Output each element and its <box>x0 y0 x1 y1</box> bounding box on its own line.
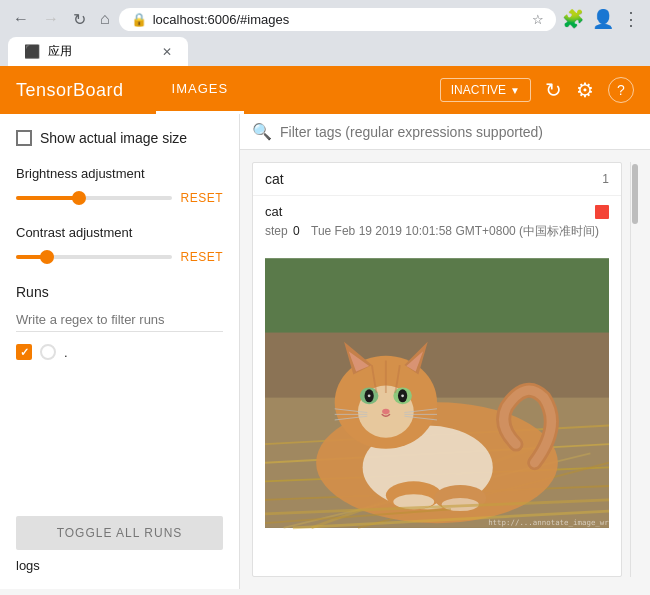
lock-icon: 🔒 <box>131 12 147 27</box>
brightness-fill <box>16 196 79 200</box>
brightness-section: Brightness adjustment RESET <box>16 166 223 205</box>
search-bar: 🔍 <box>240 114 650 150</box>
runs-section: Runs ✓ . <box>16 284 223 504</box>
nav-back-button[interactable]: ← <box>8 7 34 31</box>
run-checked-checkbox[interactable]: ✓ <box>16 344 32 360</box>
run-item: ✓ . <box>16 344 223 360</box>
content-area: 🔍 cat 1 cat step 0 <box>240 114 650 589</box>
browser-tab[interactable]: ⬛ 应用 ✕ <box>8 37 188 66</box>
scrollbar-thumb[interactable] <box>632 164 638 224</box>
nav-home-button[interactable]: ⌂ <box>95 7 115 31</box>
tab-close-icon[interactable]: ✕ <box>162 45 172 59</box>
extensions-button[interactable]: 🧩 <box>560 6 586 32</box>
star-icon[interactable]: ☆ <box>532 12 544 27</box>
inactive-button[interactable]: INACTIVE ▼ <box>440 78 531 102</box>
image-card-header: cat 1 <box>253 163 621 196</box>
run-label: . <box>64 345 68 360</box>
url-text: localhost:6006/#images <box>153 12 290 27</box>
images-content: cat 1 cat step 0 Tue Feb 19 2019 10:01:5… <box>240 150 650 589</box>
nav-refresh-button[interactable]: ↻ <box>68 7 91 32</box>
settings-icon[interactable]: ⚙ <box>576 78 594 102</box>
cat-image-svg: http://...annotate_image_wrap... <box>265 248 609 538</box>
header-right: INACTIVE ▼ ↻ ⚙ ? <box>440 77 634 103</box>
contrast-reset-button[interactable]: RESET <box>180 250 223 264</box>
image-card-title: cat <box>265 171 284 187</box>
app: TensorBoard IMAGES INACTIVE ▼ ↻ ⚙ ? Show… <box>0 66 650 589</box>
logs-link[interactable]: logs <box>16 558 223 573</box>
tab-title: 应用 <box>48 43 72 60</box>
refresh-icon[interactable]: ↻ <box>545 78 562 102</box>
checkmark-icon: ✓ <box>20 346 29 359</box>
svg-point-24 <box>382 409 389 415</box>
step-value: 0 <box>293 224 300 238</box>
image-card-count: 1 <box>602 172 609 186</box>
help-icon[interactable]: ? <box>608 77 634 103</box>
search-icon: 🔍 <box>252 122 272 141</box>
step-label: step <box>265 224 291 238</box>
header: TensorBoard IMAGES INACTIVE ▼ ↻ ⚙ ? <box>0 66 650 114</box>
actual-size-row: Show actual image size <box>16 130 223 146</box>
runs-filter-input[interactable] <box>16 308 223 332</box>
contrast-section: Contrast adjustment RESET <box>16 225 223 264</box>
contrast-thumb[interactable] <box>40 250 54 264</box>
images-tab[interactable]: IMAGES <box>156 66 245 114</box>
run-items: ✓ . <box>16 344 223 360</box>
scrollbar-track[interactable] <box>630 162 638 577</box>
svg-point-20 <box>368 394 371 397</box>
svg-point-23 <box>401 394 404 397</box>
inactive-label: INACTIVE <box>451 83 506 97</box>
address-bar[interactable]: 🔒 localhost:6006/#images ☆ <box>119 8 556 31</box>
runs-title: Runs <box>16 284 223 300</box>
sidebar: Show actual image size Brightness adjust… <box>0 114 240 589</box>
contrast-label: Contrast adjustment <box>16 225 223 240</box>
cat-image[interactable]: http://...annotate_image_wrap... <box>265 248 609 538</box>
image-date: Tue Feb 19 2019 10:01:58 GMT+0800 (中国标准时… <box>311 224 599 238</box>
brightness-label: Brightness adjustment <box>16 166 223 181</box>
contrast-slider[interactable] <box>16 255 172 259</box>
image-step-row: step 0 Tue Feb 19 2019 10:01:58 GMT+0800… <box>265 223 609 240</box>
browser-chrome: ← → ↻ ⌂ 🔒 localhost:6006/#images ☆ 🧩 👤 ⋮… <box>0 0 650 66</box>
image-color-box <box>595 205 609 219</box>
logo: TensorBoard <box>16 80 124 101</box>
search-input[interactable] <box>280 124 638 140</box>
sidebar-bottom: TOGGLE ALL RUNS logs <box>16 504 223 573</box>
brightness-slider[interactable] <box>16 196 172 200</box>
toggle-all-runs-button[interactable]: TOGGLE ALL RUNS <box>16 516 223 550</box>
brightness-thumb[interactable] <box>72 191 86 205</box>
run-radio[interactable] <box>40 344 56 360</box>
image-card: cat 1 cat step 0 Tue Feb 19 2019 10:01:5… <box>252 162 622 577</box>
svg-text:http://...annotate_image_wrap.: http://...annotate_image_wrap... <box>488 518 609 527</box>
profile-button[interactable]: 👤 <box>590 6 616 32</box>
dropdown-icon: ▼ <box>510 85 520 96</box>
menu-button[interactable]: ⋮ <box>620 6 642 32</box>
main-layout: Show actual image size Brightness adjust… <box>0 114 650 589</box>
actual-size-label: Show actual image size <box>40 130 187 146</box>
images-tab-label: IMAGES <box>172 81 229 96</box>
image-name: cat <box>265 204 282 219</box>
brightness-reset-button[interactable]: RESET <box>180 191 223 205</box>
tab-favicon: ⬛ <box>24 44 40 59</box>
nav-tabs: IMAGES <box>156 66 245 114</box>
actual-size-checkbox[interactable] <box>16 130 32 146</box>
image-entry: cat step 0 Tue Feb 19 2019 10:01:58 GMT+… <box>253 196 621 550</box>
nav-forward-button[interactable]: → <box>38 7 64 31</box>
